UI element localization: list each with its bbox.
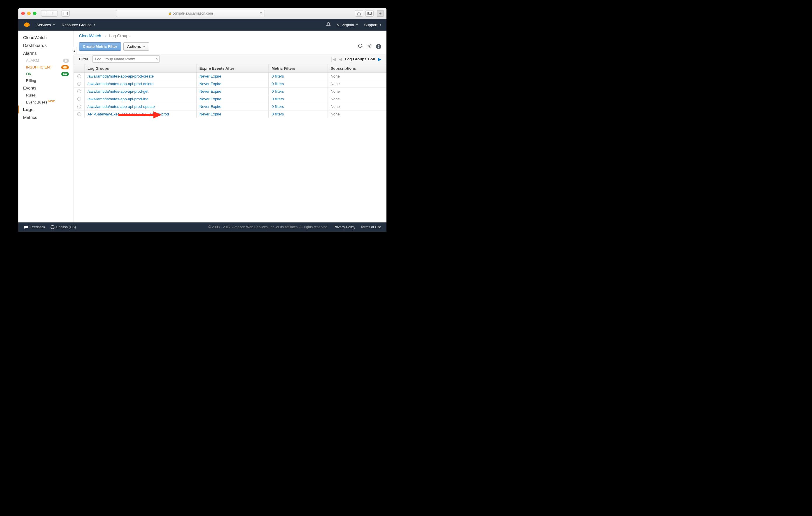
toolbar: Create Metric Filter Actions ▼ ? [74,41,386,54]
help-icon[interactable]: ? [376,44,381,49]
new-badge: NEW [49,100,55,102]
tabs-button[interactable] [366,10,374,17]
sidebar-item-alarms[interactable]: Alarms [18,49,74,57]
sidebar: ◀ CloudWatch Dashboards Alarms ALARM0INS… [18,31,74,222]
notifications-icon[interactable] [326,22,331,28]
subscription-value: None [331,82,340,86]
expire-link[interactable]: Never Expire [200,104,221,109]
prev-page-icon[interactable]: ◀ [339,57,342,62]
filters-link[interactable]: 0 filters [271,104,284,109]
support-menu[interactable]: Support▼ [364,23,382,27]
column-filters[interactable]: Metric Filters [268,64,327,72]
subscription-value: None [331,97,340,101]
log-groups-table: Log Groups Expire Events After Metric Fi… [74,64,386,118]
table-row: /aws/lambda/notes-app-api-prod-deleteNev… [74,80,386,88]
row-radio[interactable] [77,112,81,116]
table-row: API-Gateway-Execution-Logs_5by75p4gn3/pr… [74,111,386,118]
aws-header: Services▼ Resource Groups▼ N. Virginia▼ … [18,19,386,31]
log-group-link[interactable]: /aws/lambda/notes-app-api-prod-delete [87,82,153,86]
sidebar-item-events[interactable]: Events [18,84,74,92]
browser-toolbar: 〈 〉 🔒 console.aws.amazon.com ⟳ + [18,8,386,19]
filters-link[interactable]: 0 filters [271,74,284,79]
sidebar-item-rules[interactable]: Rules [18,92,74,98]
filters-link[interactable]: 0 filters [271,97,284,101]
language-selector[interactable]: English (US) [51,225,76,229]
region-selector[interactable]: N. Virginia▼ [337,23,358,27]
column-subscriptions[interactable]: Subscriptions [327,64,386,72]
subscription-value: None [331,112,340,116]
sidebar-item-billing[interactable]: Billing [18,77,74,84]
feedback-button[interactable]: Feedback [24,225,45,229]
filters-link[interactable]: 0 filters [271,82,284,86]
refresh-icon[interactable] [357,43,363,50]
settings-icon[interactable] [367,43,372,50]
svg-rect-0 [64,12,68,15]
sidebar-item-event-buses[interactable]: Event BusesNEW [18,98,74,105]
expire-link[interactable]: Never Expire [200,97,221,101]
count-badge: 64 [61,72,69,76]
sidebar-item-cloudwatch[interactable]: CloudWatch [18,33,74,41]
share-button[interactable] [355,10,363,17]
expire-link[interactable]: Never Expire [200,82,221,86]
create-metric-filter-button[interactable]: Create Metric Filter [79,42,121,51]
filter-bar: Filter: × ⎮◀ ◀ Log Groups 1-50 ▶ [74,54,386,64]
log-group-link[interactable]: /aws/lambda/notes-app-api-prod-update [87,104,155,109]
lock-icon: 🔒 [168,12,172,15]
actions-menu-button[interactable]: Actions ▼ [123,42,149,51]
row-radio[interactable] [77,74,81,78]
log-group-link[interactable]: /aws/lambda/notes-app-api-prod-get [87,89,148,94]
column-log-groups[interactable]: Log Groups [84,64,196,72]
terms-link[interactable]: Terms of Use [360,225,381,229]
table-header: Log Groups Expire Events After Metric Fi… [74,64,386,72]
reload-icon[interactable]: ⟳ [260,11,263,16]
minimize-window-icon[interactable] [27,12,31,15]
sidebar-item-metrics[interactable]: Metrics [18,113,74,121]
table-row: /aws/lambda/notes-app-api-prod-updateNev… [74,103,386,111]
table-row: /aws/lambda/notes-app-api-prod-createNev… [74,72,386,80]
close-window-icon[interactable] [21,12,25,15]
row-radio[interactable] [77,90,81,93]
log-group-link[interactable]: /aws/lambda/notes-app-api-prod-list [87,97,148,101]
count-badge: 66 [61,65,69,69]
sidebar-item-dashboards[interactable]: Dashboards [18,41,74,49]
expire-link[interactable]: Never Expire [200,74,221,79]
column-expire[interactable]: Expire Events After [196,64,269,72]
pagination: ⎮◀ ◀ Log Groups 1-50 ▶ [331,57,381,62]
chevron-down-icon: ▼ [53,23,55,26]
address-bar[interactable]: 🔒 console.aws.amazon.com ⟳ [116,10,265,17]
filter-input[interactable] [92,55,160,63]
expire-link[interactable]: Never Expire [200,112,221,116]
window-controls [21,12,36,15]
back-button[interactable]: 〈 [41,10,49,17]
breadcrumb-root[interactable]: CloudWatch [79,33,101,38]
row-radio[interactable] [77,82,81,86]
first-page-icon[interactable]: ⎮◀ [331,57,336,62]
forward-button[interactable]: 〉 [49,10,57,17]
filters-link[interactable]: 0 filters [271,89,284,94]
browser-right-tools: + [355,10,383,17]
resource-groups-menu[interactable]: Resource Groups▼ [62,23,96,27]
expire-link[interactable]: Never Expire [200,89,221,94]
chevron-down-icon: ▼ [356,23,358,26]
page-range: Log Groups 1-50 [345,57,375,61]
maximize-window-icon[interactable] [33,12,36,15]
aws-logo-icon[interactable] [23,21,31,29]
log-group-link[interactable]: API-Gateway-Execution-Logs_5by75p4gn3/pr… [87,112,169,116]
chevron-down-icon: ▼ [93,23,96,26]
privacy-link[interactable]: Privacy Policy [334,225,355,229]
sidebar-alarm-alarm[interactable]: ALARM0 [18,57,74,64]
clear-filter-icon[interactable]: × [156,57,158,61]
row-radio[interactable] [77,97,81,101]
next-page-icon[interactable]: ▶ [378,57,381,62]
sidebar-item-logs[interactable]: Logs [18,105,74,113]
chevron-down-icon: ▼ [143,45,145,48]
sidebar-toggle-button[interactable] [62,10,70,17]
sidebar-alarm-insuf[interactable]: INSUFFICIENT66 [18,64,74,70]
new-tab-button[interactable]: + [377,10,383,17]
row-radio[interactable] [77,105,81,109]
sidebar-alarm-ok[interactable]: OK64 [18,70,74,77]
log-group-link[interactable]: /aws/lambda/notes-app-api-prod-create [87,74,154,79]
services-menu[interactable]: Services▼ [36,23,55,27]
main-panel: CloudWatch › Log Groups Create Metric Fi… [74,31,386,222]
filters-link[interactable]: 0 filters [271,112,284,116]
